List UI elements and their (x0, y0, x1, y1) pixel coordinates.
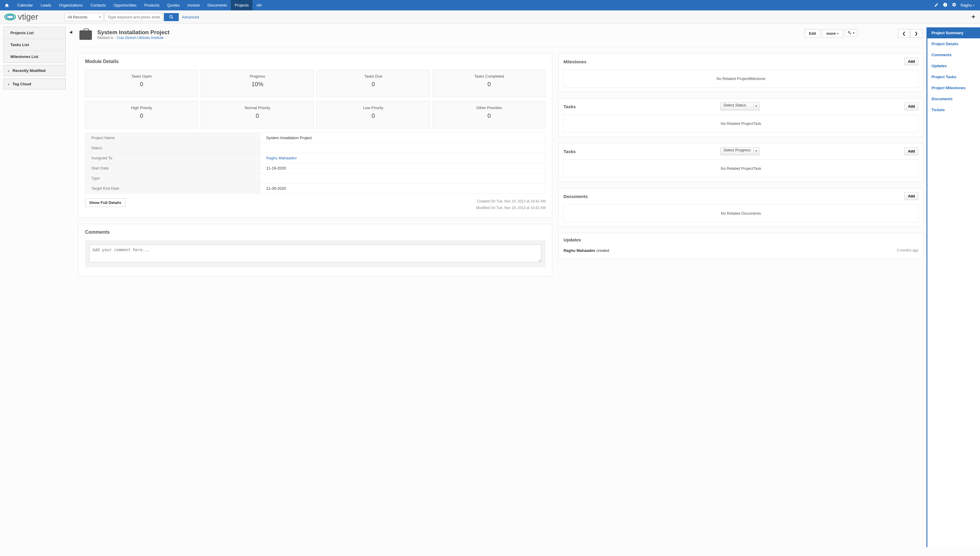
right-tab-comments[interactable]: Comments (927, 49, 980, 60)
created-text: Created On Tue, Nov 19, 2013 at 10:42 AM (476, 198, 545, 205)
logo[interactable]: vtiger (4, 12, 38, 22)
right-tab-documents[interactable]: Documents (927, 93, 980, 104)
field-row-assigned-to: Assigned ToRaghu Mahaadev (86, 153, 545, 163)
documents-add-button[interactable]: Add (904, 192, 919, 200)
svg-text:i: i (944, 3, 946, 6)
record-title: System Installation Project (97, 29, 170, 36)
comments-heading: Comments (85, 230, 545, 235)
record-header: System Installation Project Related to -… (78, 27, 923, 47)
module-details-heading: Module Details (85, 59, 545, 64)
nav-item-documents[interactable]: Documents (204, 0, 231, 10)
stat-progress: Progress10% (201, 70, 314, 97)
field-link[interactable]: Raghu Mahaadev (266, 156, 297, 160)
prev-record-button[interactable]: ❮ (898, 29, 910, 38)
field-row-project-name: Project NameSystem Installation Project (86, 133, 545, 143)
field-row-target-end-date: Target End Date11-30-2020 (86, 183, 545, 194)
edit-button[interactable]: Edit (805, 29, 821, 38)
add-button[interactable]: + (971, 13, 975, 21)
milestones-widget: Milestones Add No Related ProjectMilesto… (558, 53, 923, 92)
comments-card: Comments (78, 224, 552, 276)
top-nav-right: i Raghu (934, 0, 980, 10)
stat-low-priority: Low Priority0 (317, 101, 430, 128)
sidebar-item-tasks-list[interactable]: Tasks List (4, 39, 65, 51)
right-tab-project-tasks[interactable]: Project Tasks (927, 71, 980, 82)
tasks-progress-title: Tasks (563, 149, 576, 154)
milestones-empty: No Related ProjectMilestone (563, 70, 919, 88)
documents-widget: Documents Add No Related Documents (558, 188, 923, 227)
svg-point-4 (170, 15, 172, 18)
stat-tasks-open: Tasks Open0 (85, 70, 198, 97)
stat-high-priority: High Priority0 (85, 101, 198, 128)
search-button[interactable] (164, 13, 179, 21)
show-full-details-button[interactable]: Show Full Details (85, 198, 126, 207)
nav-item-all[interactable]: All (252, 0, 266, 10)
field-row-start-date: Start Date11-19-2020 (86, 163, 545, 173)
user-menu[interactable]: Raghu (961, 3, 975, 7)
nav-item-invoice[interactable]: Invoice (183, 0, 204, 10)
home-icon[interactable] (0, 0, 13, 10)
sidebar-expand-tag-cloud[interactable]: ▸Tag Cloud (4, 79, 65, 89)
sidebar-item-projects-list[interactable]: Projects List (4, 27, 65, 39)
svg-line-5 (172, 18, 173, 19)
right-tab-tickets[interactable]: Tickets (927, 104, 980, 115)
nav-item-quotes[interactable]: Quotes (163, 0, 183, 10)
tasks-progress-empty: No Related ProjectTask (563, 159, 919, 178)
right-tab-project-milestones[interactable]: Project Milestones (927, 82, 980, 93)
tasks-progress-widget: Tasks Select Progress Add No Related Pro… (558, 143, 923, 182)
milestones-add-button[interactable]: Add (904, 58, 919, 65)
info-icon[interactable]: i (943, 2, 948, 8)
milestones-title: Milestones (563, 59, 587, 64)
advanced-search-link[interactable]: Advanced (182, 15, 199, 19)
nav-item-products[interactable]: Products (141, 0, 163, 10)
next-record-button[interactable]: ❯ (910, 29, 922, 38)
caret-down-icon: ▼ (99, 15, 102, 19)
collapse-sidebar-icon[interactable]: ◀ (69, 30, 74, 556)
stat-tasks-due: Tasks Due0 (317, 70, 430, 97)
field-row-status: Status (86, 143, 545, 153)
module-details-card: Module Details Tasks Open0Progress10%Tas… (78, 53, 552, 218)
briefcase-icon (79, 30, 92, 40)
triangle-right-icon: ▸ (8, 69, 10, 72)
right-tab-project-summary[interactable]: Project Summary (927, 27, 980, 38)
nav-item-leads[interactable]: Leads (37, 0, 55, 10)
gear-icon[interactable] (952, 2, 956, 8)
logo-text: vtiger (18, 12, 38, 22)
tasks-status-add-button[interactable]: Add (904, 103, 919, 110)
tasks-progress-add-button[interactable]: Add (904, 147, 919, 155)
stat-other-priorities: Other Priorities0 (433, 101, 546, 128)
stat-normal-priority: Normal Priority0 (201, 101, 314, 128)
modified-text: Modified On Tue, Nov 19, 2013 at 10:42 A… (476, 205, 545, 212)
sidebar-expand-recently-modified[interactable]: ▸Recently Modified (4, 65, 65, 76)
related-to-link[interactable]: Cras Dictum Ultricies Institute (116, 36, 163, 40)
stat-tasks-completed: Tasks Completed0 (433, 70, 546, 97)
documents-title: Documents (563, 194, 588, 199)
tools-button[interactable]: ▾ (845, 29, 857, 37)
toolbar: vtiger All Records ▼ Advanced + (0, 10, 980, 24)
tasks-status-empty: No Related ProjectTask (563, 115, 919, 133)
record-scope-select[interactable]: All Records ▼ (65, 13, 103, 21)
top-nav: CalendarLeadsOrganizationsContactsOpport… (0, 0, 980, 10)
nav-item-opportunities[interactable]: Opportunities (110, 0, 141, 10)
update-row: Raghu Mahaadev created3 months ago (563, 246, 919, 254)
tasks-progress-select[interactable]: Select Progress (721, 147, 759, 155)
related-to-label: Related to - (97, 36, 116, 40)
comment-input[interactable] (89, 244, 541, 262)
svg-point-3 (6, 15, 14, 19)
nav-item-organizations[interactable]: Organizations (55, 0, 87, 10)
nav-item-projects[interactable]: Projects (231, 0, 252, 10)
nav-item-contacts[interactable]: Contacts (87, 0, 110, 10)
updates-widget: Updates Raghu Mahaadev created3 months a… (558, 233, 923, 259)
search-input[interactable] (105, 13, 163, 21)
top-nav-menu: CalendarLeadsOrganizationsContactsOpport… (13, 0, 266, 10)
tasks-status-select[interactable]: Select Status (721, 103, 759, 110)
left-sidebar: Projects ListTasks ListMilestones List ▸… (0, 24, 69, 556)
tasks-status-widget: Tasks Select Status Add No Related Proje… (558, 98, 923, 137)
pencil-icon[interactable] (934, 3, 939, 8)
tasks-status-title: Tasks (563, 104, 576, 109)
right-tab-updates[interactable]: Updates (927, 60, 980, 71)
sidebar-item-milestones-list[interactable]: Milestones List (4, 51, 65, 63)
updates-title: Updates (563, 237, 581, 242)
nav-item-calendar[interactable]: Calendar (13, 0, 37, 10)
right-tab-project-details[interactable]: Project Details (927, 38, 980, 49)
more-button[interactable]: more (822, 29, 843, 38)
